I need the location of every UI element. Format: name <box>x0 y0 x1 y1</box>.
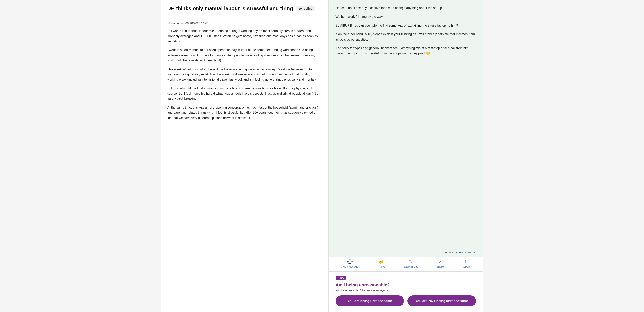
aibu-section: AIBU Am I being unreasonable? You have o… <box>328 271 483 312</box>
save-thread-icon: ♡ <box>409 260 413 264</box>
right-paragraph: We both work full-time by the way. <box>336 14 476 19</box>
report-label: Report <box>462 265 470 268</box>
post-title: DH thinks only manual labour is stressfu… <box>167 5 293 12</box>
post-header: DH thinks only manual labour is stressfu… <box>167 5 322 19</box>
right-panel: Hence, I don't see any incentive for him… <box>328 0 483 312</box>
report-icon: ℹ <box>465 260 466 264</box>
right-paragraph: So AIBU? If not, can you help me find so… <box>336 23 476 28</box>
replies-badge: 20 replies <box>296 6 315 11</box>
vote-not-unreasonable-button[interactable]: You are NOT being unreasonable <box>408 296 476 307</box>
see-next-link[interactable]: See next <box>456 251 466 254</box>
action-thanks[interactable]: 🤝Thanks <box>376 260 385 268</box>
aibu-subtitle: You have one vote. All votes are anonymo… <box>336 289 476 292</box>
left-panel: DH thinks only manual labour is stressfu… <box>161 0 328 312</box>
post-meta: Menomama · 06/10/2023 14:43 <box>167 21 322 25</box>
action-save-thread[interactable]: ♡Save thread <box>404 260 418 268</box>
thanks-icon: 🤝 <box>378 260 384 264</box>
add-message-icon: 💬 <box>347 260 352 264</box>
right-paragraph: And sorry for typos and general incohere… <box>336 46 476 56</box>
see-all-link[interactable]: See all <box>468 251 476 254</box>
action-report[interactable]: ℹReport <box>462 260 470 268</box>
right-body: Hence, I don't see any incentive for him… <box>336 5 476 56</box>
right-paragraph: Hence, I don't see any incentive for him… <box>336 5 476 11</box>
share-label: Share <box>436 265 444 268</box>
post-paragraph: At the same time, this was an eye-openin… <box>167 105 322 121</box>
save-thread-label: Save thread <box>404 265 418 268</box>
page-container: DH thinks only manual labour is stressfu… <box>161 0 483 312</box>
post-paragraph: DH works in a manual labour role, meanin… <box>167 28 322 44</box>
aibu-badge: AIBU <box>336 276 346 280</box>
right-paragraph: If on the other hand IABU, please explai… <box>336 32 476 42</box>
add-message-label: Add message <box>341 265 358 268</box>
right-content: Hence, I don't see any incentive for him… <box>328 0 483 249</box>
thanks-label: Thanks <box>376 265 385 268</box>
op-posts-label: OP posts: <box>443 251 455 254</box>
post-date: 06/10/2023 14:43 <box>186 21 208 25</box>
share-icon: ↗ <box>438 260 442 264</box>
post-paragraph: DH basically told me to stop moaning as … <box>167 86 322 101</box>
post-paragraph: I work in a non-manual role. I often spe… <box>167 47 322 63</box>
action-bar: 💬Add message🤝Thanks♡Save thread↗ShareℹRe… <box>328 257 483 271</box>
vote-buttons: You are being unreasonable You are NOT b… <box>336 296 476 307</box>
post-paragraph: This week, albeit unusually, I have done… <box>167 67 322 82</box>
action-share[interactable]: ↗Share <box>436 260 444 268</box>
author-name: Menomama <box>167 21 183 25</box>
more-options-icon[interactable]: ··· <box>167 14 172 19</box>
vote-unreasonable-button[interactable]: You are being unreasonable <box>336 296 404 307</box>
op-posts-line: OP posts: See next See all <box>328 249 483 254</box>
post-body: DH works in a manual labour role, meanin… <box>167 28 322 121</box>
action-add-message[interactable]: 💬Add message <box>341 260 358 268</box>
aibu-question: Am I being unreasonable? <box>336 283 476 288</box>
